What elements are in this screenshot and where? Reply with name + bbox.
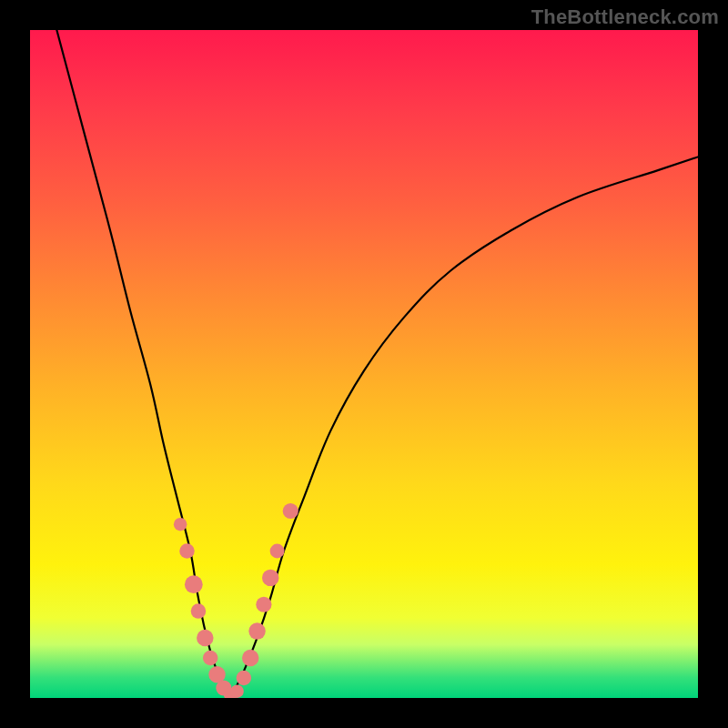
data-point-marker	[203, 651, 218, 666]
markers-group	[174, 503, 298, 698]
data-point-marker	[248, 622, 265, 639]
data-point-marker	[230, 684, 244, 698]
data-point-marker	[262, 570, 278, 586]
data-point-marker	[242, 650, 258, 666]
watermark-text: TheBottleneck.com	[531, 5, 719, 29]
data-point-marker	[185, 575, 203, 593]
data-point-marker	[174, 518, 187, 531]
series-right-branch	[230, 157, 698, 698]
data-point-marker	[179, 543, 195, 559]
data-point-marker	[191, 603, 207, 619]
data-point-marker	[270, 544, 285, 559]
chart-frame: TheBottleneck.com	[0, 0, 728, 728]
data-point-marker	[256, 597, 271, 612]
plot-area	[30, 30, 698, 698]
data-point-marker	[283, 503, 298, 519]
data-point-marker	[197, 630, 213, 646]
data-point-marker	[237, 671, 252, 686]
series-left-branch	[56, 30, 230, 698]
curves-layer	[30, 30, 698, 698]
